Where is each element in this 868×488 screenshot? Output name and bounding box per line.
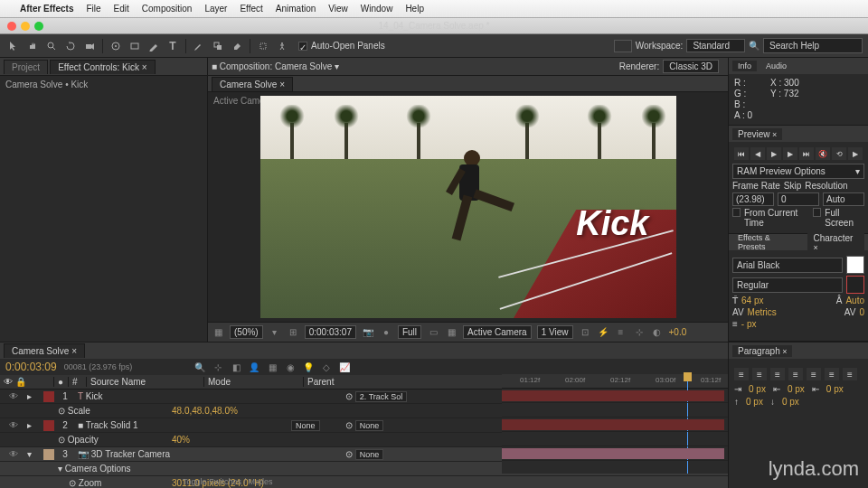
brush-tool[interactable]: [191, 38, 207, 54]
resolution-icon[interactable]: ▾: [269, 326, 281, 339]
fast-preview-icon[interactable]: ⚡: [597, 326, 609, 339]
first-frame-button[interactable]: ⏮: [734, 147, 749, 160]
layer-bar-3d-tracker[interactable]: [502, 448, 724, 459]
preview-res-field[interactable]: Auto: [823, 192, 864, 206]
timeline-tab[interactable]: Camera Solve ×: [4, 343, 85, 358]
property-zoom[interactable]: ⊙ Zoom 3011.0 pixels (24.0° H): [0, 476, 728, 488]
draft-3d-icon[interactable]: ◧: [230, 361, 242, 373]
brainstorm-icon[interactable]: 💡: [302, 361, 315, 373]
scale-value[interactable]: 48.0,48.0,48.0%: [172, 406, 271, 416]
justify-last-center-button[interactable]: ≡: [807, 368, 821, 380]
mute-button[interactable]: 🔇: [816, 147, 830, 160]
menu-app[interactable]: After Effects: [20, 4, 73, 14]
align-center-button[interactable]: ≡: [752, 368, 767, 380]
leading-value[interactable]: Auto: [845, 296, 864, 305]
layer-color-swatch[interactable]: [43, 449, 54, 460]
puppet-tool[interactable]: [274, 38, 290, 54]
layer-bar-track-solid[interactable]: [502, 419, 724, 430]
window-close-button[interactable]: [7, 22, 16, 31]
next-frame-button[interactable]: ▶: [783, 147, 797, 160]
blend-mode-dropdown[interactable]: None: [291, 420, 320, 431]
menu-layer[interactable]: Layer: [204, 4, 227, 14]
prev-frame-button[interactable]: ◀: [750, 147, 765, 160]
tab-preview[interactable]: Preview ×: [732, 128, 782, 140]
clone-tool[interactable]: [210, 38, 226, 54]
window-zoom-button[interactable]: [34, 22, 43, 31]
align-left-button[interactable]: ≡: [734, 368, 749, 380]
selection-tool[interactable]: [5, 38, 22, 54]
from-current-checkbox[interactable]: [732, 208, 741, 217]
pixel-aspect-icon[interactable]: ⊡: [579, 326, 591, 339]
stroke-width-value[interactable]: - px: [741, 319, 757, 329]
search-help-input[interactable]: Search Help: [763, 38, 863, 53]
last-frame-button[interactable]: ⏭: [799, 147, 814, 160]
resolution-dropdown[interactable]: Full: [398, 325, 421, 339]
menu-edit[interactable]: Edit: [114, 4, 129, 14]
auto-keyframe-icon[interactable]: ◇: [320, 361, 333, 373]
frame-blend-icon[interactable]: ▦: [266, 361, 278, 373]
ram-preview-dropdown[interactable]: RAM Preview Options▾: [732, 164, 864, 179]
align-right-button[interactable]: ≡: [770, 368, 785, 380]
tab-character[interactable]: Character ×: [807, 232, 864, 253]
zoom-tool[interactable]: [43, 38, 60, 54]
hand-tool[interactable]: [24, 38, 41, 54]
tab-effects-presets[interactable]: Effects & Presets: [732, 232, 804, 252]
motion-blur-icon[interactable]: ◉: [284, 361, 297, 373]
view-layout-dropdown[interactable]: 1 View: [537, 325, 573, 339]
renderer-dropdown[interactable]: Classic 3D: [663, 60, 719, 73]
kerning-value[interactable]: Metrics: [748, 307, 777, 317]
tracking-value[interactable]: 0: [859, 307, 864, 317]
menu-window[interactable]: Window: [361, 4, 393, 14]
full-screen-checkbox[interactable]: [813, 208, 821, 217]
time-ruler[interactable]: 01:12f 02:00f 02:12f 03:00f 03:12f: [502, 374, 728, 389]
font-style-dropdown[interactable]: Regular: [732, 277, 843, 293]
exposure-reset-icon[interactable]: ◐: [651, 326, 664, 339]
font-size-value[interactable]: 64 px: [741, 296, 763, 305]
menu-composition[interactable]: Composition: [142, 4, 193, 14]
menu-effect[interactable]: Effect: [240, 4, 262, 14]
font-family-dropdown[interactable]: Arial Black: [732, 258, 843, 273]
visibility-toggle[interactable]: 👁: [0, 391, 27, 401]
layer-bar-kick[interactable]: [502, 390, 724, 401]
exposure-value[interactable]: +0.0: [669, 327, 687, 337]
composition-viewer[interactable]: Active Camera: [208, 92, 728, 322]
skip-field[interactable]: 0: [778, 192, 819, 206]
stroke-color-swatch[interactable]: [846, 276, 864, 294]
channel-icon[interactable]: ●: [380, 326, 392, 339]
indent-left-value[interactable]: 0 px: [749, 384, 766, 394]
menu-file[interactable]: File: [86, 4, 100, 14]
snapshot-icon[interactable]: 📷: [362, 326, 374, 339]
menu-animation[interactable]: Animation: [276, 4, 316, 14]
camera-view-dropdown[interactable]: Active Camera: [463, 325, 532, 339]
rectangle-tool[interactable]: [127, 38, 143, 54]
opacity-value[interactable]: 40%: [172, 435, 271, 445]
search-layers-icon[interactable]: 🔍: [193, 361, 206, 373]
window-minimize-button[interactable]: [21, 22, 30, 31]
space-after-value[interactable]: 0 px: [782, 397, 799, 407]
fill-color-swatch[interactable]: [846, 256, 864, 274]
layer-color-swatch[interactable]: [43, 391, 54, 402]
workspace-icon[interactable]: [614, 40, 632, 52]
comp-flowchart-icon[interactable]: ⊹: [633, 326, 646, 339]
tab-audio[interactable]: Audio: [760, 61, 792, 71]
hide-shy-icon[interactable]: 👤: [248, 361, 260, 373]
auto-open-checkbox[interactable]: ✓: [298, 42, 307, 51]
camera-tool[interactable]: [81, 38, 98, 54]
workspace-dropdown[interactable]: Standard: [686, 39, 745, 52]
eraser-tool[interactable]: [229, 38, 245, 54]
transparency-grid-icon[interactable]: ▦: [445, 326, 458, 339]
timeline-timecode[interactable]: 0:00:03:09: [5, 361, 57, 373]
justify-last-left-button[interactable]: ≡: [788, 368, 803, 380]
roi-icon[interactable]: ▭: [427, 326, 439, 339]
indent-right-value[interactable]: 0 px: [826, 384, 844, 394]
ram-preview-button[interactable]: ▶: [848, 147, 863, 160]
timeline-icon[interactable]: ≡: [615, 326, 627, 339]
tab-project[interactable]: Project: [4, 60, 48, 74]
space-before-value[interactable]: 0 px: [746, 397, 763, 407]
tab-paragraph[interactable]: Paragraph ×: [732, 345, 792, 357]
graph-editor-icon[interactable]: 📈: [338, 361, 351, 373]
loop-button[interactable]: ⟲: [832, 147, 846, 160]
pen-tool[interactable]: [146, 38, 162, 54]
justify-all-button[interactable]: ≡: [843, 368, 857, 380]
play-button[interactable]: ▶: [767, 147, 781, 160]
